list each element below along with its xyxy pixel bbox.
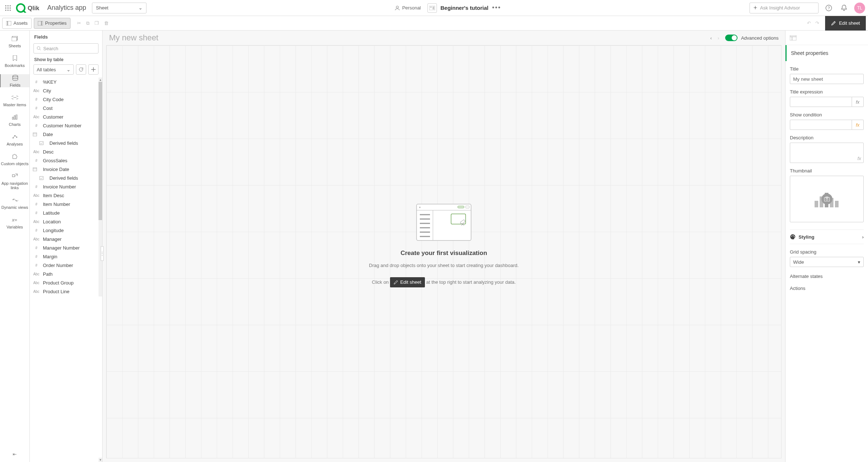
bookmark-icon: [13, 55, 17, 62]
svg-point-35: [37, 47, 40, 49]
rail-custom-objects[interactable]: Custom objects: [0, 153, 29, 166]
scroll-up-arrow[interactable]: ▴: [99, 77, 102, 82]
app-thumb-icon[interactable]: [427, 3, 437, 13]
field-row[interactable]: #Order Number: [30, 261, 102, 270]
paste-icon[interactable]: ❐: [95, 20, 99, 26]
scroll-thumb[interactable]: [99, 82, 102, 220]
rail-charts[interactable]: Charts: [0, 113, 29, 127]
field-row[interactable]: #Margin: [30, 252, 102, 261]
text-type-icon: Abc: [33, 281, 40, 285]
svg-rect-23: [12, 37, 17, 41]
field-row[interactable]: Invoice Date: [30, 165, 102, 174]
styling-row[interactable]: Styling ›: [790, 230, 864, 244]
field-row[interactable]: AbcCustomer: [30, 112, 102, 121]
assets-button[interactable]: Assets: [2, 18, 32, 29]
panel-resize-handle[interactable]: ⋮: [101, 246, 104, 261]
app-title: Analytics app: [47, 4, 86, 12]
thumbnail-box[interactable]: [790, 176, 864, 222]
field-row[interactable]: AbcItem Desc: [30, 191, 102, 200]
show-condition-input[interactable]: [790, 120, 852, 130]
advanced-options-label: Advanced options: [741, 35, 779, 41]
rail-label: App navigation links: [0, 181, 29, 190]
undo-icon[interactable]: ↶: [807, 20, 811, 26]
actions-row[interactable]: Actions: [790, 286, 864, 291]
sheet-title[interactable]: My new sheet: [109, 33, 704, 43]
scroll-down-arrow[interactable]: ▾: [99, 458, 102, 462]
field-row[interactable]: AbcDesc: [30, 147, 102, 156]
breadcrumb-text[interactable]: Beginner's tutorial: [441, 5, 489, 11]
sheet-properties-header[interactable]: Sheet properties: [785, 45, 868, 61]
qlik-logo[interactable]: Qlik: [16, 3, 41, 13]
alternate-states-row[interactable]: Alternate states: [790, 274, 864, 279]
field-row[interactable]: #Customer Number: [30, 121, 102, 130]
rail-sheets[interactable]: Sheets: [0, 35, 29, 48]
field-name: City: [43, 88, 51, 93]
field-row[interactable]: #Manager Number: [30, 243, 102, 252]
field-row[interactable]: #Item Number: [30, 200, 102, 208]
grid-spacing-value: Wide: [793, 259, 804, 265]
refresh-button[interactable]: [76, 64, 86, 75]
sheet-layout-icon[interactable]: [790, 35, 796, 40]
field-row[interactable]: AbcLocation: [30, 217, 102, 226]
edit-sheet-button[interactable]: Edit sheet: [825, 16, 866, 31]
field-row[interactable]: AbcManager: [30, 235, 102, 243]
field-row[interactable]: #%KEY: [30, 77, 102, 86]
rail-dynamic-views[interactable]: Dynamic views: [0, 196, 29, 210]
grid-spacing-select[interactable]: Wide ▾: [790, 257, 864, 267]
fx-button-condition[interactable]: fx: [852, 120, 864, 130]
advanced-options-toggle[interactable]: [725, 35, 738, 41]
field-name: Customer Number: [43, 123, 81, 128]
avatar[interactable]: TL: [854, 3, 865, 13]
table-select[interactable]: All tables ⌄: [33, 64, 74, 75]
title-expression-input[interactable]: [790, 97, 852, 107]
next-sheet-icon[interactable]: ›: [718, 35, 719, 41]
insight-advisor-input[interactable]: Ask Insight Advisor: [750, 3, 819, 13]
text-type-icon: Abc: [33, 89, 40, 93]
help-icon[interactable]: ?: [824, 3, 834, 13]
properties-button[interactable]: Properties: [34, 18, 71, 29]
field-row[interactable]: Derived fields: [30, 174, 102, 182]
field-row[interactable]: #GrossSales: [30, 156, 102, 165]
breadcrumb-more-icon[interactable]: •••: [492, 4, 501, 12]
personal-space[interactable]: Personal: [395, 5, 421, 11]
collapse-rail-icon[interactable]: ⇤: [13, 451, 17, 457]
rail-bookmarks[interactable]: Bookmarks: [0, 55, 29, 68]
field-row[interactable]: AbcProduct Line: [30, 287, 102, 296]
rail-fields[interactable]: Fields: [0, 74, 29, 87]
fx-icon[interactable]: fx: [857, 156, 861, 161]
description-input[interactable]: fx: [790, 143, 864, 163]
edit-sheet-label: Edit sheet: [839, 20, 860, 26]
prev-sheet-icon[interactable]: ‹: [710, 35, 712, 41]
svg-point-67: [791, 236, 792, 236]
sheet-canvas[interactable]: Create your first visualization Drag and…: [106, 45, 781, 458]
copy-icon[interactable]: ⧉: [86, 20, 89, 26]
fx-button[interactable]: fx: [852, 97, 864, 107]
rail-analyses[interactable]: Analyses: [0, 133, 29, 146]
title-input[interactable]: [790, 74, 864, 84]
field-row[interactable]: AbcProduct Group: [30, 278, 102, 287]
field-row[interactable]: #Cost: [30, 104, 102, 112]
field-row[interactable]: Derived fields: [30, 139, 102, 147]
bell-icon[interactable]: [839, 3, 849, 13]
field-row[interactable]: #Longitude: [30, 226, 102, 235]
field-row[interactable]: AbcCity: [30, 86, 102, 95]
add-field-button[interactable]: [88, 64, 99, 75]
change-thumbnail-icon[interactable]: [821, 194, 832, 204]
field-row[interactable]: #Latitude: [30, 208, 102, 217]
field-row[interactable]: #City Code: [30, 95, 102, 104]
toolbar: Assets Properties ✂ ⧉ ❐ 🗑 ↶ ↷ Edit sheet: [0, 16, 868, 31]
field-row[interactable]: Date: [30, 130, 102, 139]
delete-icon[interactable]: 🗑: [104, 20, 109, 26]
field-row[interactable]: AbcPath: [30, 270, 102, 278]
fields-search-input[interactable]: Search: [33, 43, 99, 53]
field-name: Margin: [43, 254, 57, 259]
redo-icon[interactable]: ↷: [815, 20, 819, 26]
sheet-dropdown[interactable]: Sheet ⌄: [92, 3, 146, 13]
rail-master-items[interactable]: Master items: [0, 94, 29, 107]
rail-nav-links[interactable]: App navigation links: [0, 172, 29, 190]
cut-icon[interactable]: ✂: [77, 20, 81, 26]
rail-variables[interactable]: x= Variables: [0, 216, 29, 229]
palette-icon: [790, 234, 796, 240]
app-launcher-icon[interactable]: [3, 3, 13, 13]
field-row[interactable]: #Invoice Number: [30, 182, 102, 191]
